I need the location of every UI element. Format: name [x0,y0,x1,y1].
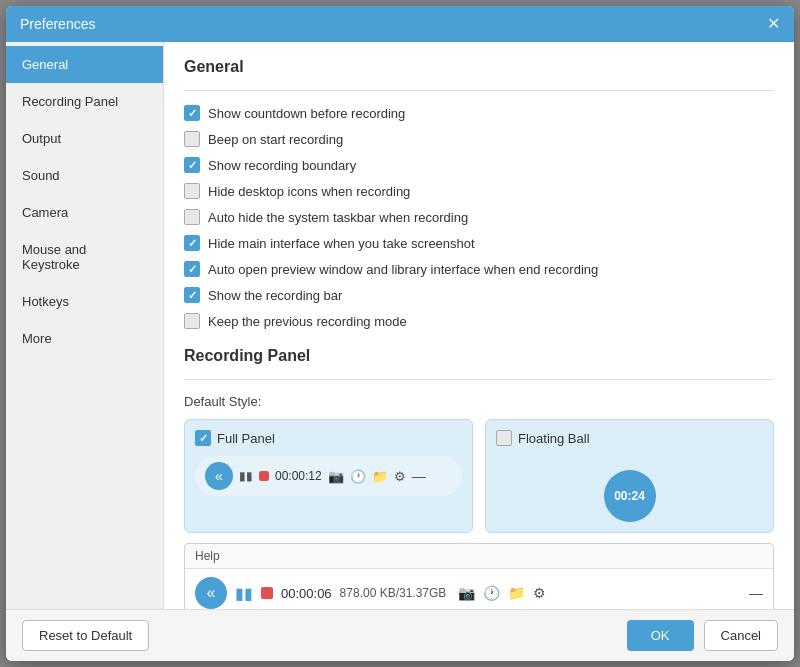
gear-icon: ⚙ [394,469,406,484]
section-divider [184,90,774,91]
default-style-label: Default Style: [184,394,774,409]
checkbox-beep[interactable] [184,131,200,147]
content-area: General Show countdown before recording … [164,42,794,609]
checkbox-prev-mode[interactable] [184,313,200,329]
checkbox-auto-preview[interactable] [184,261,200,277]
floating-ball-time: 00:24 [614,489,645,503]
help-camera-icon: 📷 [458,585,475,601]
floating-ball-card: Floating Ball 00:24 [485,419,774,533]
reset-button[interactable]: Reset to Default [22,620,149,651]
checkbox-label-hide-icons: Hide desktop icons when recording [208,184,410,199]
folder-icon: 📁 [372,469,388,484]
checkbox-label-prev-mode: Keep the previous recording mode [208,314,407,329]
full-panel-header: Full Panel [195,430,462,446]
checkbox-label-hide-taskbar: Auto hide the system taskbar when record… [208,210,468,225]
checkbox-label-countdown: Show countdown before recording [208,106,405,121]
checkbox-label-boundary: Show recording boundary [208,158,356,173]
full-panel-label: Full Panel [217,431,275,446]
sidebar-item-more[interactable]: More [6,320,163,357]
mini-time: 00:00:12 [275,469,322,483]
preferences-dialog: Preferences ✕ General Recording Panel Ou… [6,6,794,661]
help-section: Help « ▮▮ 00:00:06 878.00 KB/31.37GB 📷 🕐… [184,543,774,609]
checkbox-label-auto-preview: Auto open preview window and library int… [208,262,598,277]
mini-pause-icon: ▮▮ [239,469,253,483]
checkbox-row-prev-mode: Keep the previous recording mode [184,313,774,329]
ok-button[interactable]: OK [627,620,694,651]
help-time: 00:00:06 [281,586,332,601]
checkbox-row-beep: Beep on start recording [184,131,774,147]
cancel-button[interactable]: Cancel [704,620,778,651]
sidebar-item-output[interactable]: Output [6,120,163,157]
dialog-title: Preferences [20,16,95,32]
help-label: Help [185,544,773,569]
mini-recorder-full: « ▮▮ 00:00:12 📷 🕐 📁 ⚙ — [195,456,462,496]
checkbox-full-panel[interactable] [195,430,211,446]
checkbox-floating-ball[interactable] [496,430,512,446]
checkbox-hide-icons[interactable] [184,183,200,199]
sidebar-item-camera[interactable]: Camera [6,194,163,231]
checkbox-countdown[interactable] [184,105,200,121]
checkbox-hide-taskbar[interactable] [184,209,200,225]
sidebar: General Recording Panel Output Sound Cam… [6,42,164,609]
help-icons: 📷 🕐 📁 ⚙ [458,585,546,601]
checkbox-label-hide-main: Hide main interface when you take screen… [208,236,475,251]
help-minimize-icon: — [749,585,763,601]
bottom-right-buttons: OK Cancel [627,620,778,651]
checkbox-row-hide-taskbar: Auto hide the system taskbar when record… [184,209,774,225]
minimize-icon: — [412,468,426,484]
recording-panel-title: Recording Panel [184,347,774,365]
recording-panel-section: Recording Panel Default Style: Full Pane… [184,347,774,609]
bottom-bar: Reset to Default OK Cancel [6,609,794,661]
floating-ball-header: Floating Ball [496,430,590,446]
floating-ball-label: Floating Ball [518,431,590,446]
camera-icon: 📷 [328,469,344,484]
recording-panel-divider [184,379,774,380]
help-gear-icon: ⚙ [533,585,546,601]
help-pause-icon: ▮▮ [235,584,253,603]
checkbox-row-countdown: Show countdown before recording [184,105,774,121]
help-size: 878.00 KB/31.37GB [340,586,447,600]
panel-options: Full Panel « ▮▮ 00:00:12 📷 🕐 📁 ⚙ [184,419,774,533]
clock-icon: 🕐 [350,469,366,484]
checkbox-label-beep: Beep on start recording [208,132,343,147]
checkbox-hide-main[interactable] [184,235,200,251]
checkbox-row-boundary: Show recording boundary [184,157,774,173]
sidebar-item-hotkeys[interactable]: Hotkeys [6,283,163,320]
help-clock-icon: 🕐 [483,585,500,601]
mini-back-button[interactable]: « [205,462,233,490]
checkbox-show-bar[interactable] [184,287,200,303]
checkbox-row-hide-icons: Hide desktop icons when recording [184,183,774,199]
help-recorder: « ▮▮ 00:00:06 878.00 KB/31.37GB 📷 🕐 📁 ⚙ … [185,569,773,609]
main-content: General Recording Panel Output Sound Cam… [6,42,794,609]
help-folder-icon: 📁 [508,585,525,601]
mini-stop-button[interactable] [259,471,269,481]
full-panel-card: Full Panel « ▮▮ 00:00:12 📷 🕐 📁 ⚙ [184,419,473,533]
general-section-title: General [184,58,774,76]
mini-icons: 📷 🕐 📁 ⚙ — [328,468,426,484]
sidebar-item-sound[interactable]: Sound [6,157,163,194]
sidebar-item-mouse-keystroke[interactable]: Mouse and Keystroke [6,231,163,283]
checkbox-label-show-bar: Show the recording bar [208,288,342,303]
title-bar: Preferences ✕ [6,6,794,42]
floating-ball-preview: 00:24 [604,470,656,522]
close-button[interactable]: ✕ [767,16,780,32]
checkbox-row-auto-preview: Auto open preview window and library int… [184,261,774,277]
checkbox-row-show-bar: Show the recording bar [184,287,774,303]
help-stop-button[interactable] [261,587,273,599]
sidebar-item-recording-panel[interactable]: Recording Panel [6,83,163,120]
help-back-button[interactable]: « [195,577,227,609]
checkbox-row-hide-main: Hide main interface when you take screen… [184,235,774,251]
sidebar-item-general[interactable]: General [6,46,163,83]
checkbox-boundary[interactable] [184,157,200,173]
